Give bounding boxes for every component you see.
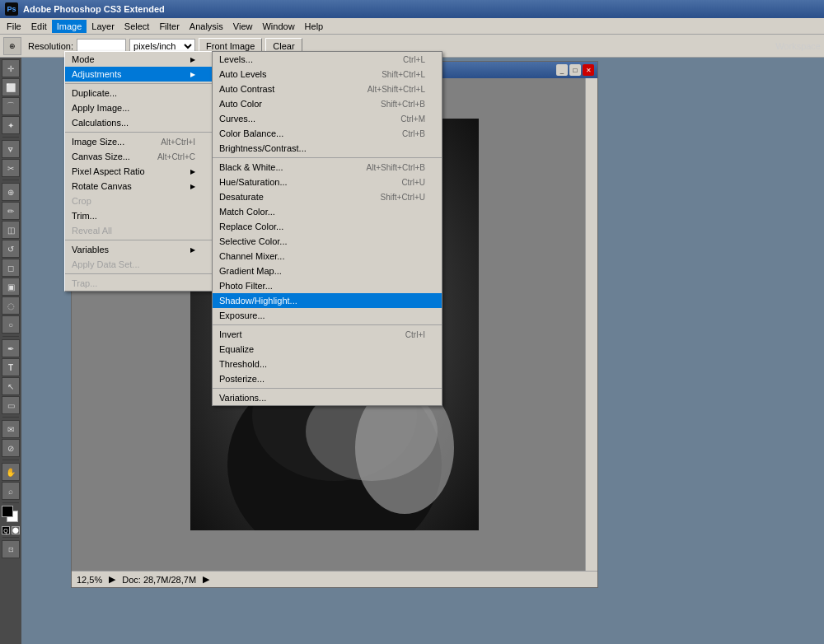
adj-exposure[interactable]: Exposure...: [213, 308, 442, 323]
menu-item-canvas-size[interactable]: Canvas Size... Alt+Ctrl+C: [65, 149, 212, 164]
adj-invert[interactable]: Invert Ctrl+I: [213, 327, 442, 342]
tool-options-icon: ⊕: [3, 37, 21, 55]
menu-separator-4: [65, 273, 212, 274]
quick-mask[interactable]: ⬤: [12, 526, 20, 534]
adj-match-color[interactable]: Match Color...: [213, 204, 442, 219]
workspace-label: Workspace: [775, 41, 821, 51]
adj-levels[interactable]: Levels... Ctrl+L: [213, 52, 442, 67]
tool-brush[interactable]: ✏: [2, 202, 20, 220]
menu-view[interactable]: View: [228, 20, 258, 33]
tool-crop[interactable]: ⛛: [2, 140, 20, 158]
doc-nav-arrow[interactable]: ▶: [109, 574, 115, 585]
title-bar: Ps Adobe Photoshop CS3 Extended: [0, 0, 824, 18]
menu-item-rotate-canvas[interactable]: Rotate Canvas: [65, 179, 212, 194]
menu-analysis[interactable]: Analysis: [185, 20, 228, 33]
adj-posterize[interactable]: Posterize...: [213, 371, 442, 386]
tool-blur[interactable]: ◌: [2, 296, 20, 315]
tool-gradient[interactable]: ▣: [2, 278, 20, 296]
adj-black-white[interactable]: Black & White... Alt+Shift+Ctrl+B: [213, 160, 442, 175]
adj-gradient-map[interactable]: Gradient Map...: [213, 264, 442, 278]
menu-item-apply-dataset: Apply Data Set...: [65, 257, 212, 272]
menu-item-pixel-aspect-ratio[interactable]: Pixel Aspect Ratio: [65, 164, 212, 179]
adj-channel-mixer[interactable]: Channel Mixer...: [213, 249, 442, 264]
screen-mode-btn[interactable]: ⊡: [2, 540, 20, 558]
adj-selective-color[interactable]: Selective Color...: [213, 234, 442, 249]
adj-hue-saturation[interactable]: Hue/Saturation... Ctrl+U: [213, 175, 442, 189]
doc-size-scroll[interactable]: ▶: [203, 574, 209, 585]
menu-bar: File Edit Image Layer Select Filter Anal…: [0, 18, 824, 35]
tool-lasso[interactable]: ⌒: [2, 97, 20, 115]
adj-brightness-contrast[interactable]: Brightness/Contrast...: [213, 141, 442, 156]
adj-sep-1: [213, 157, 442, 158]
app-logo: Ps: [5, 2, 18, 16]
toolbar-separator-7: [2, 537, 19, 538]
adj-auto-contrast[interactable]: Auto Contrast Alt+Shift+Ctrl+L: [213, 82, 442, 96]
menu-separator-2: [65, 132, 212, 133]
menu-item-apply-image[interactable]: Apply Image...: [65, 100, 212, 115]
standard-mode[interactable]: Q: [2, 526, 10, 534]
menu-item-trap: Trap...: [65, 276, 212, 291]
menu-item-mode[interactable]: Mode: [65, 52, 212, 67]
tool-eraser[interactable]: ◻: [2, 259, 20, 277]
adj-replace-color[interactable]: Replace Color...: [213, 219, 442, 234]
adj-shadow-highlight[interactable]: Shadow/Highlight...: [213, 293, 442, 308]
tool-marquee[interactable]: ⬜: [2, 78, 20, 96]
menu-item-duplicate[interactable]: Duplicate...: [65, 86, 212, 100]
menu-filter[interactable]: Filter: [154, 20, 184, 33]
close-button[interactable]: ✕: [583, 64, 594, 76]
toolbar-separator-6: [2, 502, 19, 503]
minimize-button[interactable]: _: [556, 64, 568, 76]
menu-separator-3: [65, 240, 212, 240]
menu-help[interactable]: Help: [300, 20, 329, 33]
tool-dodge[interactable]: ○: [2, 315, 20, 334]
menu-window[interactable]: Window: [257, 20, 299, 33]
tool-history-brush[interactable]: ↺: [2, 240, 20, 258]
tool-zoom[interactable]: ⌕: [2, 482, 20, 500]
adj-sep-2: [213, 324, 442, 325]
app-title: Adobe Photoshop CS3 Extended: [23, 4, 165, 14]
menu-item-calculations[interactable]: Calculations...: [65, 115, 212, 130]
document-status-bar: 12,5% ▶ Doc: 28,7M/28,7M ▶: [72, 571, 597, 587]
tool-eyedropper[interactable]: ⊘: [2, 439, 20, 457]
adj-equalize[interactable]: Equalize: [213, 342, 442, 357]
adj-variations[interactable]: Variations...: [213, 390, 442, 405]
adj-auto-levels[interactable]: Auto Levels Shift+Ctrl+L: [213, 67, 442, 82]
tool-magic-wand[interactable]: ✦: [2, 116, 20, 134]
menu-layer[interactable]: Layer: [87, 20, 119, 33]
menu-item-trim[interactable]: Trim...: [65, 208, 212, 223]
adj-curves[interactable]: Curves... Ctrl+M: [213, 111, 442, 126]
image-menu-dropdown: Mode Adjustments Duplicate... Apply Imag…: [64, 51, 213, 292]
menu-item-variables[interactable]: Variables: [65, 242, 212, 257]
menu-image[interactable]: Image: [52, 20, 87, 33]
tool-pen[interactable]: ✒: [2, 339, 20, 357]
tool-healing[interactable]: ⊕: [2, 183, 20, 201]
menu-edit[interactable]: Edit: [26, 20, 52, 33]
zoom-level: 12,5%: [77, 575, 102, 585]
menu-select[interactable]: Select: [119, 20, 155, 33]
adj-auto-color[interactable]: Auto Color Shift+Ctrl+B: [213, 96, 442, 111]
toolbar-separator-3: [2, 336, 19, 337]
tool-move[interactable]: ✛: [2, 59, 20, 77]
tool-shape[interactable]: ▭: [2, 396, 20, 414]
menu-file[interactable]: File: [2, 20, 26, 33]
adj-photo-filter[interactable]: Photo Filter...: [213, 278, 442, 293]
tool-hand[interactable]: ✋: [2, 463, 20, 481]
menu-item-adjustments[interactable]: Adjustments: [65, 67, 212, 82]
toolbar: ✛ ⬜ ⌒ ✦ ⛛ ✂ ⊕ ✏ ◫ ↺ ◻ ▣ ◌ ○ ✒ T ↖ ▭ ✉ ⊘ …: [0, 58, 21, 644]
tool-type[interactable]: T: [2, 358, 20, 376]
maximize-button[interactable]: □: [569, 64, 581, 76]
menu-item-crop: Crop: [65, 194, 212, 208]
tool-path-select[interactable]: ↖: [2, 377, 20, 395]
adj-sep-3: [213, 388, 442, 389]
tool-clone[interactable]: ◫: [2, 221, 20, 239]
adj-desaturate[interactable]: Desaturate Shift+Ctrl+U: [213, 189, 442, 204]
resolution-label: Resolution:: [28, 41, 73, 51]
tool-colors[interactable]: [2, 506, 20, 524]
document-vertical-scrollbar[interactable]: [585, 78, 597, 571]
adj-threshold[interactable]: Threshold...: [213, 357, 442, 371]
tool-notes[interactable]: ✉: [2, 420, 20, 438]
toolbar-separator-4: [2, 417, 19, 418]
adj-color-balance[interactable]: Color Balance... Ctrl+B: [213, 126, 442, 141]
tool-slice[interactable]: ✂: [2, 159, 20, 177]
menu-item-image-size[interactable]: Image Size... Alt+Ctrl+I: [65, 134, 212, 149]
